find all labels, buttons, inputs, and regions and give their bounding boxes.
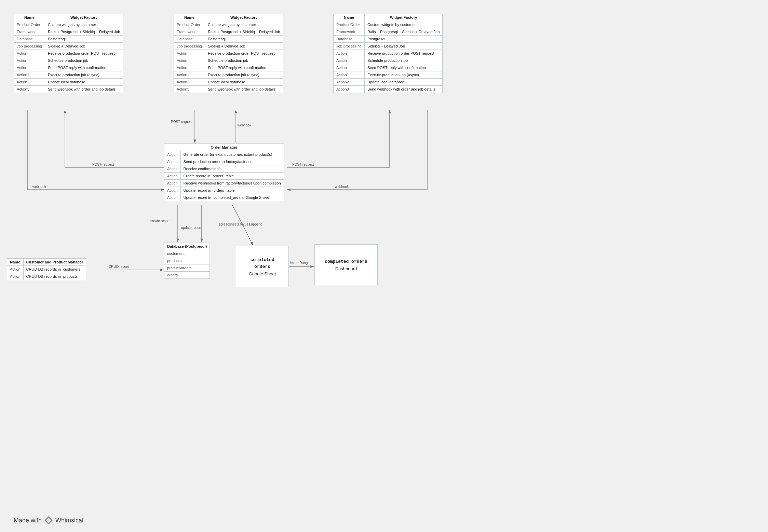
post-request-center-label: POST request (171, 120, 192, 124)
dashboard-label: Dashboard (335, 266, 357, 271)
made-with-text: Made with (14, 517, 42, 524)
google-sheet-label: Google Sheet (249, 271, 276, 276)
spreadsheets-label: spreadsheets.values.append (219, 222, 262, 226)
factory-left-name-value: Widget Factory (45, 14, 123, 21)
crud-record-label: CRUD record (109, 265, 129, 269)
webhook-left-label: webhook (32, 185, 46, 189)
google-sheet-mono: completedorders (250, 257, 274, 270)
order-manager-table: Order Manager ActionGenerate order for e… (164, 144, 284, 201)
post-request-right-label: POST request (292, 163, 314, 166)
svg-line-6 (232, 205, 253, 245)
customer-manager-table: NameCustomer and Product Manager ActionC… (7, 258, 86, 280)
import-range-label: ImportRange (290, 261, 310, 265)
update-record-label: update record (181, 226, 202, 230)
database-table: Database (Postgresql) customers products… (164, 243, 210, 279)
webhook-center-label: webhook (237, 123, 252, 127)
factory-right-table: NameWidget Factory Product OrderCustom w… (333, 14, 443, 93)
create-record-label: create record (150, 219, 171, 223)
factory-left-name-label: Name (14, 14, 45, 21)
factory-left-table: NameWidget Factory Product OrderCustom w… (14, 14, 123, 93)
whimsical-icon (44, 516, 53, 525)
footer: Made with Whimsical (14, 516, 83, 525)
dashboard-mono: completed orders (325, 258, 367, 265)
whimsical-brand: Whimsical (55, 517, 83, 524)
factory-center-table: NameWidget Factory Product OrderCustom w… (174, 14, 283, 93)
webhook-right-label: webhook (335, 185, 349, 189)
dashboard-box: completed orders Dashboard (314, 244, 378, 285)
google-sheet-box: completedorders Google Sheet (236, 246, 289, 287)
post-request-left-label: POST request (92, 163, 114, 166)
